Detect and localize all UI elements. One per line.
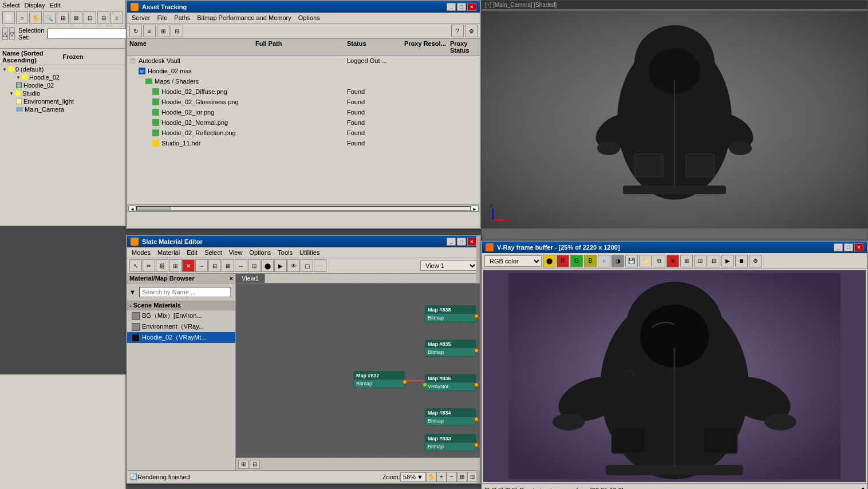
outliner-item-hoodie-mesh[interactable]: Hoodie_02 [0, 81, 125, 89]
me-menu-edit[interactable]: Edit [184, 249, 200, 257]
zoom-btn[interactable]: 🔍 [43, 11, 56, 24]
zoom3-btn[interactable]: ⊠ [70, 11, 82, 24]
at-row-maps-folder[interactable]: Maps / Shaders [127, 76, 480, 86]
at-row-glossiness[interactable]: Hoodie_02_Glossiness.png Found [127, 97, 480, 107]
at-row-ior[interactable]: Hoodie_02_ior.png Found [127, 107, 480, 117]
vray-white-btn[interactable]: ○ [598, 255, 610, 267]
me-browser-close[interactable]: × [230, 275, 233, 282]
me-zoom-out-btn[interactable]: − [447, 472, 457, 482]
node-map834[interactable]: Map #834 Bitmap [425, 408, 476, 425]
me-menu-select[interactable]: Select [202, 249, 224, 257]
selection-set-input[interactable] [48, 29, 128, 39]
vray-region-btn[interactable]: ⊟ [708, 255, 720, 267]
at-list-btn[interactable]: ≡ [143, 25, 156, 37]
me-frame-tool[interactable]: ⊞ [169, 259, 182, 272]
me-hide-btn[interactable]: 👁 [287, 259, 300, 272]
at-row-normal[interactable]: Hoodie_02_Normal.png Found [127, 117, 480, 128]
me-maximize-btn[interactable]: □ [457, 238, 466, 246]
node-port-out[interactable] [474, 443, 479, 447]
vray-comp-btn[interactable]: ⊡ [694, 255, 707, 267]
vray-minimize-btn[interactable]: _ [834, 243, 843, 251]
select-btn[interactable]: ⬜ [2, 11, 15, 24]
at-menu-paths[interactable]: Paths [172, 14, 192, 22]
me-material-env[interactable]: Environment（VRay... [127, 321, 235, 332]
tb2-1[interactable]: △ [2, 27, 8, 40]
vray-hist-btn[interactable]: ⊞ [680, 255, 693, 267]
vray-open-btn[interactable]: 📁 [639, 255, 652, 267]
at-scroll-track[interactable] [136, 206, 471, 211]
me-render-btn[interactable]: ▶ [274, 259, 287, 272]
me-zoom-control[interactable]: 58% ▼ [400, 472, 426, 482]
me-grid2-btn[interactable]: ⊠ [222, 259, 234, 272]
me-group-btn[interactable]: ▢ [301, 259, 313, 272]
vray-maximize-btn[interactable]: □ [844, 243, 853, 251]
at-menu-file[interactable]: File [155, 14, 169, 22]
me-zoom-in-btn[interactable]: + [436, 472, 447, 482]
me-search-input[interactable] [139, 287, 231, 297]
me-search-arrow[interactable]: ▼ [129, 289, 136, 295]
vray-r-btn[interactable]: R [557, 255, 569, 267]
vray-settings-btn[interactable]: ⚙ [749, 255, 762, 267]
node-port-out[interactable] [474, 314, 479, 318]
me-menu-modes[interactable]: Modes [129, 249, 153, 257]
at-scrollbar[interactable]: ◄ ► [127, 204, 480, 211]
me-menu-view[interactable]: View [227, 249, 245, 257]
vray-color-mode-select[interactable]: RGB color [484, 255, 542, 267]
me-align-btn[interactable]: ↔ [235, 259, 247, 272]
node-port-out[interactable] [474, 382, 479, 387]
me-material-hoodie[interactable]: Hoodie_02（VRayMt... [127, 332, 235, 343]
me-pencil-tool[interactable]: ✏ [143, 259, 155, 272]
me-menu-material[interactable]: Material [155, 249, 182, 257]
me-connect-tool[interactable]: ⛓ [156, 259, 168, 272]
node-map838[interactable]: Map #838 Bitmap [425, 305, 476, 322]
menu-edit[interactable]: Edit [50, 2, 61, 9]
menu-select[interactable]: Select [2, 2, 20, 9]
me-grid-btn[interactable]: ⊟ [208, 259, 221, 272]
node-map833[interactable]: Map #833 Bitmap [425, 434, 476, 451]
vray-g-btn[interactable]: G [570, 255, 583, 267]
me-assign-btn[interactable]: → [195, 259, 208, 272]
me-camera-btn[interactable]: ⬤ [261, 259, 274, 272]
at-row-vault[interactable]: ⛃ Autodesk Vault Logged Out ... [127, 56, 480, 66]
pan-btn[interactable]: ✋ [29, 11, 42, 24]
node-port-out[interactable] [403, 380, 407, 384]
outliner-item-env-light[interactable]: Environment_light [0, 97, 125, 105]
vray-render-btn[interactable]: ▶ [721, 255, 734, 267]
node-port-out[interactable] [474, 348, 479, 353]
canvas-btn-1[interactable]: ⊞ [238, 460, 248, 469]
node-port-out[interactable] [474, 417, 479, 421]
me-zoom-fit-btn[interactable]: ⊞ [457, 472, 467, 482]
vray-grey-btn[interactable]: ◑ [611, 255, 624, 267]
at-scroll-thumb[interactable] [137, 207, 171, 210]
vray-stop-btn[interactable]: ⏹ [735, 255, 748, 267]
me-layout-btn[interactable]: ⊡ [248, 259, 261, 272]
node-map835[interactable]: Map #835 Bitmap [425, 340, 476, 357]
at-menu-server[interactable]: Server [129, 14, 152, 22]
me-material-bg[interactable]: BG（Mix）[Environ... [127, 310, 235, 321]
me-zoom-dropdown-icon[interactable]: ▼ [417, 474, 423, 480]
me-menu-utilities[interactable]: Utilities [297, 249, 322, 257]
me-view-select[interactable]: View 1 [420, 261, 478, 271]
at-menu-options[interactable]: Options [296, 14, 322, 22]
node-map837[interactable]: Map #837 Bitmap [353, 371, 405, 388]
zoom4-btn[interactable]: ⊡ [84, 11, 96, 24]
at-refresh-btn[interactable]: ↻ [129, 25, 142, 37]
zoom6-btn[interactable]: ≡ [111, 11, 123, 24]
at-scroll-left[interactable]: ◄ [128, 206, 136, 211]
outliner-item-hoodie-group[interactable]: ▼ Hoodie_02 [0, 73, 125, 81]
menu-display[interactable]: Display [25, 2, 45, 9]
me-zoom-pan-btn[interactable]: ✋ [426, 472, 436, 482]
node-port-in[interactable] [423, 382, 427, 387]
me-menu-options[interactable]: Options [247, 249, 273, 257]
tb2-2[interactable]: ▽ [9, 27, 15, 40]
at-scroll-right[interactable]: ► [471, 206, 479, 211]
me-node-canvas[interactable]: Map #838 Bitmap Map #835 Bitmap Map #836… [236, 283, 480, 470]
at-settings-btn[interactable]: ⚙ [465, 25, 478, 37]
outliner-item-studio[interactable]: ▼ Studio [0, 89, 125, 97]
me-select-tool[interactable]: ↖ [129, 259, 142, 272]
vray-copy-btn[interactable]: ⧉ [653, 255, 665, 267]
me-close-btn[interactable]: × [467, 238, 476, 246]
orbit-btn[interactable]: ○ [16, 11, 29, 24]
me-tab-view1[interactable]: View1 [236, 274, 265, 283]
outliner-item-default[interactable]: ▼ 0 (default) [0, 65, 125, 73]
